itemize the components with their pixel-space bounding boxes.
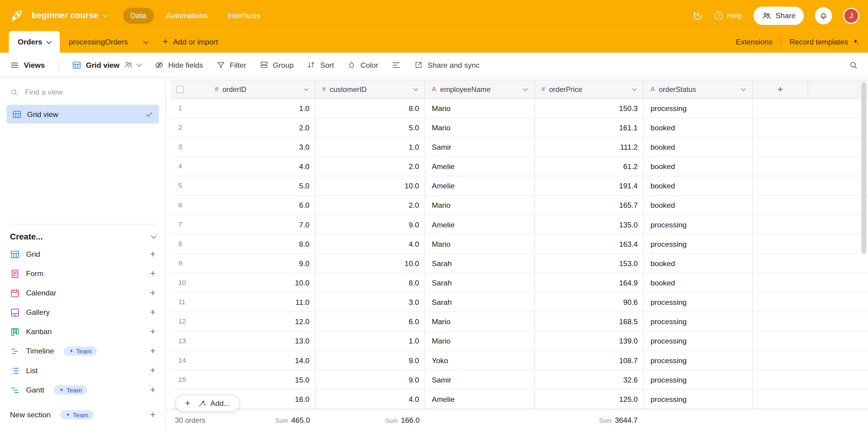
create-view-timeline[interactable]: TimelineTeam+ [0, 341, 165, 361]
cell-orderPrice[interactable]: 163.4 [535, 234, 644, 253]
plus-icon[interactable]: + [150, 384, 156, 396]
current-view-button[interactable]: Grid view [72, 60, 141, 69]
cell-customerID[interactable]: 9.0 [316, 351, 425, 370]
cell-orderStatus[interactable]: processing [644, 293, 753, 312]
find-view-search[interactable] [10, 88, 156, 97]
cell-orderID[interactable]: 55.0 [170, 176, 316, 195]
workspace-switcher[interactable]: beginner course [31, 10, 107, 21]
plus-icon[interactable]: + [150, 249, 156, 260]
color-button[interactable]: Color [347, 60, 378, 69]
plus-icon[interactable]: + [150, 307, 156, 318]
cell-orderPrice[interactable]: 135.0 [535, 215, 644, 234]
cell-employeeName[interactable]: Mario [425, 196, 535, 214]
cell-employeeName[interactable]: Sarah [425, 293, 535, 312]
share-and-sync-button[interactable]: Share and sync [414, 60, 479, 69]
history-icon[interactable] [692, 10, 704, 21]
cell-employeeName[interactable]: Samir [425, 138, 535, 156]
create-view-gallery[interactable]: Gallery+ [0, 303, 165, 322]
cell-employeeName[interactable]: Mario [425, 98, 535, 117]
cell-employeeName[interactable]: Sarah [425, 274, 535, 292]
cell-orderStatus[interactable]: booked [644, 138, 753, 156]
filter-button[interactable]: Filter [216, 60, 246, 69]
cell-customerID[interactable]: 8.0 [316, 274, 425, 292]
cell-orderPrice[interactable]: 164.9 [535, 274, 644, 292]
cell-orderPrice[interactable]: 125.0 [535, 390, 644, 408]
cell-customerID[interactable]: 9.0 [316, 215, 425, 234]
plus-icon[interactable]: + [150, 268, 156, 279]
cell-orderStatus[interactable]: processing [644, 98, 753, 117]
column-header-orderID[interactable]: #orderID [170, 81, 316, 98]
cell-employeeName[interactable]: Amelie [425, 215, 535, 234]
tab-list-dropdown-button[interactable] [136, 31, 155, 53]
chevron-down-icon[interactable] [632, 86, 637, 91]
create-view-grid[interactable]: Grid+ [0, 244, 165, 264]
cell-orderID[interactable]: 1111.0 [170, 293, 316, 312]
cell-employeeName[interactable]: Amelie [425, 390, 535, 408]
cell-orderStatus[interactable]: booked [644, 196, 753, 214]
cell-customerID[interactable]: 8.0 [316, 98, 425, 117]
cell-orderPrice[interactable]: 150.3 [535, 98, 644, 117]
cell-orderID[interactable]: 11.0 [170, 98, 316, 117]
create-view-kanban[interactable]: Kanban+ [0, 322, 165, 341]
cell-employeeName[interactable]: Amelie [425, 176, 535, 195]
help-button[interactable]: ? Help [715, 11, 742, 20]
tab-processing-orders[interactable]: processingOrders [60, 31, 136, 53]
create-view-form[interactable]: Form+ [0, 264, 165, 283]
vertical-scrollbar[interactable] [861, 82, 866, 405]
user-avatar[interactable]: J [843, 7, 859, 24]
cell-employeeName[interactable]: Sarah [425, 254, 535, 273]
plus-icon[interactable]: + [150, 326, 156, 338]
cell-employeeName[interactable]: Amelie [425, 157, 535, 176]
sum-customerID[interactable]: Sum166.0 [316, 416, 420, 424]
cell-orderStatus[interactable]: processing [644, 234, 753, 253]
cell-customerID[interactable]: 2.0 [316, 157, 425, 176]
cell-customerID[interactable]: 10.0 [316, 254, 425, 273]
cell-orderStatus[interactable]: booked [644, 118, 753, 137]
cell-orderPrice[interactable]: 168.5 [535, 312, 644, 331]
cell-orderID[interactable]: 1212.0 [170, 312, 316, 331]
cell-customerID[interactable]: 5.0 [316, 118, 425, 137]
cell-orderPrice[interactable]: 165.7 [535, 196, 644, 214]
cell-orderPrice[interactable]: 153.0 [535, 254, 644, 273]
search-icon[interactable] [849, 60, 858, 69]
cell-customerID[interactable]: 4.0 [316, 234, 425, 253]
cell-customerID[interactable]: 9.0 [316, 370, 425, 389]
nav-tab-data[interactable]: Data [123, 7, 154, 24]
cell-orderStatus[interactable]: processing [644, 312, 753, 331]
views-button[interactable]: Views [10, 60, 45, 69]
sidebar-view-grid-view[interactable]: Grid view [7, 105, 159, 123]
cell-orderPrice[interactable]: 90.6 [535, 293, 644, 312]
group-button[interactable]: Group [259, 60, 293, 69]
cell-orderID[interactable]: 1010.0 [170, 274, 316, 292]
chevron-down-icon[interactable] [413, 86, 418, 91]
cell-orderStatus[interactable]: processing [644, 332, 753, 350]
cell-orderID[interactable]: 22.0 [170, 118, 316, 137]
cell-orderStatus[interactable]: booked [644, 254, 753, 273]
cell-employeeName[interactable]: Mario [425, 118, 535, 137]
cell-orderPrice[interactable]: 139.0 [535, 332, 644, 350]
nav-tab-interfaces[interactable]: Interfaces [220, 7, 268, 24]
nav-tab-automations[interactable]: Automations [158, 7, 215, 24]
cell-orderID[interactable]: 88.0 [170, 234, 316, 253]
cell-orderStatus[interactable]: booked [644, 176, 753, 195]
cell-customerID[interactable]: 10.0 [316, 176, 425, 195]
cell-orderStatus[interactable]: processing [644, 215, 753, 234]
scrollbar-thumb[interactable] [861, 82, 866, 254]
cell-orderPrice[interactable]: 191.4 [535, 176, 644, 195]
record-templates-button[interactable]: Record templates [789, 38, 859, 46]
cell-orderStatus[interactable]: processing [644, 390, 753, 408]
row-height-button[interactable] [392, 60, 401, 69]
create-section-header[interactable]: Create... [10, 232, 156, 241]
cell-orderID[interactable]: 77.0 [170, 215, 316, 234]
cell-employeeName[interactable]: Mario [425, 312, 535, 331]
cell-customerID[interactable]: 6.0 [316, 312, 425, 331]
cell-orderStatus[interactable]: booked [644, 157, 753, 176]
new-section-button[interactable]: New section Team + [0, 405, 165, 425]
sort-button[interactable]: Sort [307, 60, 334, 69]
cell-employeeName[interactable]: Mario [425, 332, 535, 350]
column-header-employeeName[interactable]: AemployeeName [425, 81, 535, 98]
add-record-button[interactable]: + Add... [175, 395, 240, 412]
cell-customerID[interactable]: 2.0 [316, 196, 425, 214]
cell-orderID[interactable]: 1313.0 [170, 332, 316, 350]
cell-employeeName[interactable]: Mario [425, 234, 535, 253]
